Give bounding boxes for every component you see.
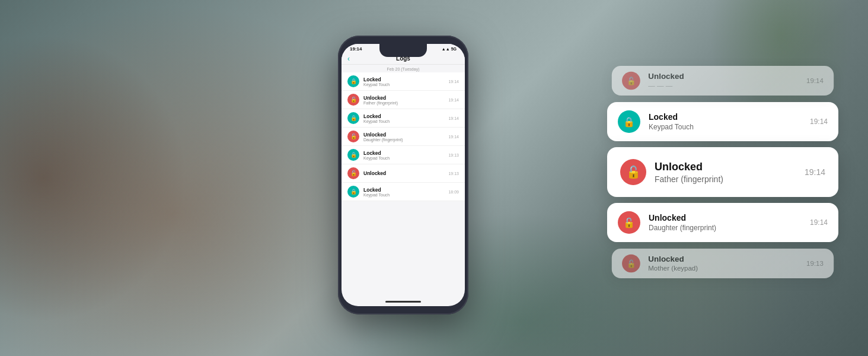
log-item[interactable]: 🔓 Unlocked Daughter (fingerprint) 19:14 xyxy=(342,128,465,146)
card-content: Unlocked — — — xyxy=(648,72,798,90)
log-item[interactable]: 🔒 Locked Keypad Touch 19:13 xyxy=(342,146,465,164)
card-content: Unlocked Daughter (fingerprint) xyxy=(649,213,802,232)
log-card-faded-top[interactable]: 🔓 Unlocked — — — 19:14 xyxy=(612,66,834,96)
log-text: Unlocked Father (fingerprint) xyxy=(363,95,444,105)
log-icon-locked: 🔒 xyxy=(347,75,359,87)
log-item[interactable]: 🔓 Unlocked Father (fingerprint) 19:14 xyxy=(342,91,465,109)
log-text: Locked Keypad Touch xyxy=(363,187,444,197)
log-card-locked[interactable]: 🔒 Locked Keypad Touch 19:14 xyxy=(607,102,838,141)
log-card-unlocked-father[interactable]: 🔓 Unlocked Father (fingerprint) 19:14 xyxy=(607,147,838,197)
card-icon-unlocked: 🔓 xyxy=(622,72,640,90)
card-content: Unlocked Father (fingerprint) xyxy=(655,161,796,184)
log-item[interactable]: 🔒 Locked Keypad Touch 19:14 xyxy=(342,72,465,91)
phone-log-list: 🔒 Locked Keypad Touch 19:14 🔓 Unlocked F… xyxy=(342,72,465,201)
smartphone: 19:14 ▲▲ 5G ‹ Logs Feb 20 (Tuesday) 🔒 Lo… xyxy=(338,36,468,314)
log-item[interactable]: 🔓 Unlocked 19:13 xyxy=(342,164,465,183)
card-icon-locked: 🔒 xyxy=(618,110,640,133)
card-icon-unlocked: 🔓 xyxy=(622,255,640,273)
card-content: Locked Keypad Touch xyxy=(649,112,802,131)
back-button[interactable]: ‹ xyxy=(347,55,350,63)
log-icon-locked: 🔒 xyxy=(347,112,359,124)
log-card-unlocked-daughter[interactable]: 🔓 Unlocked Daughter (fingerprint) 19:14 xyxy=(607,203,838,242)
log-item[interactable]: 🔒 Locked Keypad Touch 19:14 xyxy=(342,109,465,128)
log-icon-locked: 🔒 xyxy=(347,149,359,161)
card-icon-unlocked: 🔓 xyxy=(618,211,640,234)
log-item[interactable]: 🔒 Locked Keypad Touch 18:09 xyxy=(342,183,465,201)
home-indicator xyxy=(385,301,421,303)
log-text: Unlocked Daughter (fingerprint) xyxy=(363,132,444,142)
log-text: Locked Keypad Touch xyxy=(363,113,444,123)
log-icon-unlocked: 🔓 xyxy=(347,94,359,106)
log-text: Unlocked xyxy=(363,170,444,176)
date-header: Feb 20 (Tuesday) xyxy=(342,65,465,72)
log-card-faded-bottom[interactable]: 🔓 Unlocked Mother (keypad) 19:13 xyxy=(612,249,834,278)
log-cards-container: 🔓 Unlocked — — — 19:14 🔒 Locked Keypad T… xyxy=(607,65,838,285)
card-content: Unlocked Mother (keypad) xyxy=(648,255,798,273)
phone-time: 19:14 xyxy=(350,46,362,52)
log-icon-unlocked: 🔓 xyxy=(347,131,359,142)
log-icon-locked: 🔒 xyxy=(347,186,359,198)
log-icon-unlocked: 🔓 xyxy=(347,167,359,179)
phone-notch xyxy=(379,44,427,57)
phone-screen: 19:14 ▲▲ 5G ‹ Logs Feb 20 (Tuesday) 🔒 Lo… xyxy=(342,44,465,306)
phone-signal: ▲▲ 5G xyxy=(442,47,457,51)
log-text: Locked Keypad Touch xyxy=(363,77,444,87)
log-text: Locked Keypad Touch xyxy=(363,150,444,160)
card-icon-unlocked: 🔓 xyxy=(620,159,646,185)
